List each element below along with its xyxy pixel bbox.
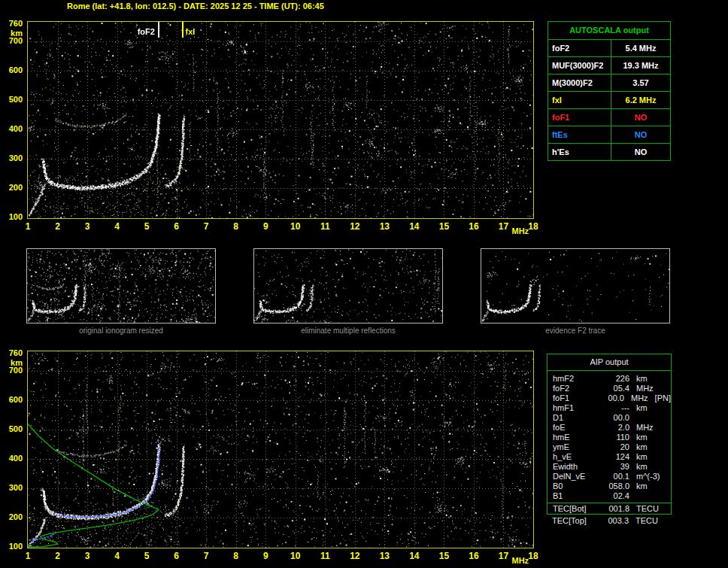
x-tick-label: 1: [26, 551, 31, 560]
bottom-ionogram-plot: [27, 351, 534, 548]
autoscala-row-value: NO: [611, 144, 670, 160]
x-tick-label: 10: [290, 551, 300, 560]
aip-row-label: foE: [548, 423, 602, 433]
autoscala-row-label: foF2: [548, 40, 611, 56]
x-tick-label: 3: [85, 222, 90, 231]
x-tick-label: 4: [114, 551, 120, 560]
aip-row-unit: TECU: [629, 516, 658, 526]
aip-row-ewidth: Ewidth39km: [548, 462, 671, 472]
autoscala-row-fof1: foF1NO: [548, 108, 670, 126]
aip-row-value: ---: [602, 403, 629, 413]
autoscala-row-value: NO: [611, 109, 670, 126]
aip-row-extra: [PN]: [648, 393, 671, 403]
top-ionogram-plot: [27, 21, 534, 219]
x-tick-label: 15: [439, 551, 449, 560]
aip-row-value: 001.8: [602, 503, 629, 514]
autoscala-table-header: AUTOSCALA output: [548, 22, 670, 39]
aip-row-value: 00.0: [599, 393, 624, 403]
aip-row-label: D1: [548, 413, 602, 423]
y-tick-label: 200: [0, 184, 23, 192]
x-tick-label: 1: [26, 222, 31, 231]
aip-row-hme: hmE110km: [548, 433, 671, 442]
x-tick-label: 18: [528, 551, 538, 560]
autoscala-row-label: h'Es: [548, 144, 611, 160]
x-tick-label: 11: [320, 222, 330, 231]
thumb-eliminate-canvas: [254, 249, 442, 323]
autoscala-row-value: 5.4 MHz: [611, 40, 670, 56]
x-tick-label: 10: [290, 222, 300, 231]
x-tick-label: 18: [528, 222, 538, 231]
x-tick-label: 2: [55, 222, 60, 231]
aip-row-value: 39: [602, 462, 629, 472]
autoscala-row-h-es: h'EsNO: [548, 143, 670, 160]
aip-row-unit: km: [629, 442, 648, 452]
autoscala-row-value: NO: [611, 126, 670, 143]
thumb-evidence-f2: [481, 248, 670, 323]
thumb-eliminate-reflections: [253, 248, 443, 323]
autoscala-table-rows: foF25.4 MHzMUF(3000)F219.3 MHzM(3000)F23…: [548, 39, 670, 160]
autoscala-row-ftes: ftEsNO: [548, 126, 670, 143]
y-tick-label: 760: [0, 349, 23, 357]
thumb-evidence-canvas: [481, 249, 669, 323]
marker-line-fxi: [182, 22, 184, 38]
x-tick-label: 17: [499, 222, 508, 231]
x-tick-label: 6: [174, 551, 179, 560]
autoscala-row-label: fxI: [548, 92, 611, 108]
aip-tec-top-row: TEC[Top]003.3TECU: [547, 515, 672, 526]
x-tick-label: 7: [204, 551, 209, 560]
x-tick-label: 17: [499, 551, 508, 560]
y-tick-label: 760: [0, 20, 23, 28]
x-axis-unit: MHz: [511, 227, 529, 235]
aip-row-value: 003.3: [602, 516, 629, 526]
x-tick-label: 15: [439, 222, 449, 231]
aip-row-value: 110: [602, 433, 629, 442]
thumb-original-canvas: [27, 249, 215, 323]
x-tick-label: 14: [409, 222, 419, 231]
aip-row-label: hmF2: [548, 374, 602, 384]
x-tick-label: 5: [144, 551, 150, 560]
marker-label-fof2: foF2: [130, 28, 155, 36]
aip-row-unit: km: [629, 452, 648, 462]
y-tick-label: 700: [0, 37, 23, 45]
autoscala-row-value: 3.57: [611, 74, 670, 91]
aip-row-b0: B0058.0km: [548, 481, 671, 491]
aip-table-rows: hmF2226kmfoF205.4MHzfoF100.0MHz[PN]hmF1-…: [548, 370, 671, 503]
aip-row-hmf1: hmF1---km: [548, 403, 671, 413]
x-tick-label: 12: [350, 551, 359, 560]
marker-label-fxi: fxI: [186, 28, 196, 36]
x-axis-unit: MHz: [511, 557, 529, 565]
x-tick-label: 14: [409, 551, 419, 560]
autoscala-output-table: AUTOSCALA output foF25.4 MHzMUF(3000)F21…: [548, 21, 671, 161]
x-tick-label: 9: [263, 551, 268, 560]
aip-box: AIP output hmF2226kmfoF205.4MHzfoF100.0M…: [547, 354, 672, 515]
aip-row-value: 20: [602, 442, 629, 452]
aip-row-hmf2: hmF2226km: [548, 374, 671, 384]
autoscala-row-fxi: fxI6.2 MHz: [548, 91, 670, 108]
aip-row-unit: TECU: [629, 503, 659, 514]
aip-row-unit: km: [629, 403, 648, 413]
y-tick-label: 400: [0, 125, 23, 133]
aip-row-yme: ymE20km: [548, 442, 671, 452]
aip-row-label: B1: [548, 491, 602, 501]
aip-row-label: TEC[Top]: [547, 516, 602, 526]
x-tick-label: 5: [144, 222, 150, 231]
aip-row-unit: [629, 413, 636, 423]
autoscala-row-m-3000-f2: M(3000)F23.57: [548, 74, 670, 91]
aip-row-label: foF1: [548, 393, 599, 403]
aip-row-label: hmE: [548, 433, 602, 442]
aip-row-value: 124: [602, 452, 629, 462]
y-tick-label: 600: [0, 66, 23, 74]
aip-row-d1: D100.0: [548, 413, 671, 423]
aip-row-unit: MHz: [629, 384, 654, 393]
y-tick-label: 700: [0, 366, 23, 375]
thumb-caption-eliminate: eliminate multiple reflections: [253, 327, 443, 336]
y-tick-label: 500: [0, 425, 23, 433]
marker-line-fof2: [158, 22, 159, 38]
x-tick-label: 3: [85, 551, 90, 560]
x-tick-label: 8: [233, 222, 238, 231]
aip-row-label: hmF1: [548, 403, 602, 413]
aip-row-label: TEC[Bot]: [548, 503, 602, 514]
aip-row-fof1: foF100.0MHz[PN]: [548, 393, 671, 403]
station-title: Rome (lat: +41.8, lon: 012.5) - DATE: 20…: [67, 2, 324, 11]
aip-row-label: foF2: [548, 384, 602, 393]
